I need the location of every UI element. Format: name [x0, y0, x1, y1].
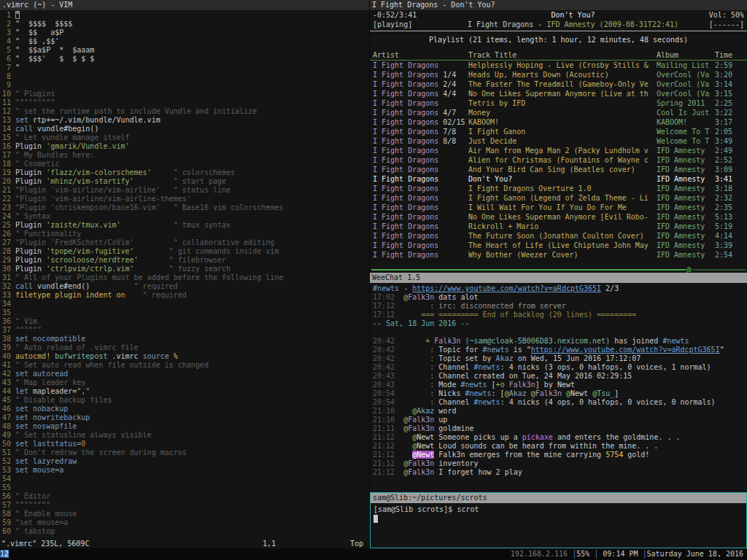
- vim-line[interactable]: 23"Plugin 'chriskempson/base16-vim' " Ba…: [1, 203, 369, 212]
- playlist-column-header[interactable]: Artist: [373, 50, 468, 61]
- vim-line[interactable]: 34: [1, 300, 369, 308]
- volume-bar[interactable]: [------]: [693, 20, 744, 29]
- vim-line[interactable]: 11""""""""": [1, 98, 369, 107]
- vim-line[interactable]: 15" Let vundle manage itself: [1, 133, 369, 142]
- playlist-row[interactable]: I Fight DragonsWhy Bother (Weezer Cover)…: [370, 250, 747, 260]
- chat-input[interactable]: %: [370, 484, 747, 492]
- vim-line[interactable]: 14call vundle#begin(): [1, 125, 369, 133]
- vim-line[interactable]: 55: [1, 483, 369, 492]
- vim-line[interactable]: 1": [1, 11, 369, 20]
- vim-line[interactable]: 28Plugin 'tpope/vim-fugitive' " git comm…: [1, 247, 369, 256]
- vim-line[interactable]: 35: [1, 308, 369, 317]
- vim-line[interactable]: 12" set the runtime path to include Vund…: [1, 107, 369, 116]
- vim-line[interactable]: 18" Cosmetic: [1, 160, 369, 168]
- vim-line[interactable]: 46set nobackup: [1, 405, 369, 413]
- vim-edit-area[interactable]: 1"2" $$$$ $$$$3" $$ a$P4" $$ ,$$'5" $$a$…: [0, 10, 369, 539]
- playlist-row[interactable]: I Fight DragonsThe Future Soon (Jonathan…: [370, 231, 747, 241]
- vim-line[interactable]: 43" Map leader key: [1, 378, 369, 387]
- vim-line[interactable]: 49" Set statusline always visible: [1, 431, 369, 440]
- vim-line[interactable]: 10" Plugins: [1, 90, 369, 98]
- vim-line[interactable]: 50set laststatus=0: [1, 440, 369, 448]
- vim-line[interactable]: 2" $$$$ $$$$: [1, 20, 369, 28]
- vim-line[interactable]: 17" My Bundles here:: [1, 151, 369, 160]
- playlist-row[interactable]: I Fight DragonsAnd Your Bird Can Sing (B…: [370, 165, 747, 174]
- vim-line[interactable]: 38set nocompatible: [1, 335, 369, 343]
- vim-line[interactable]: 20Plugin 'mhinz/vim-startify' " start pa…: [1, 177, 369, 186]
- vim-line[interactable]: 19Plugin 'flazz/vim-colorschemes' " colo…: [1, 168, 369, 177]
- playlist-row[interactable]: I Fight Dragons 7/8I Fight GanonWelcome …: [370, 127, 747, 136]
- playlist-row[interactable]: I Fight Dragons 8/8Just DecideWelcome To…: [370, 136, 747, 146]
- terminal-body[interactable]: [sam@Slib scrots]$ scrot: [371, 503, 746, 548]
- playlist-row[interactable]: I Fight DragonsAir Man from Mega Man 2 (…: [370, 146, 747, 155]
- playlist-column-header[interactable]: Album: [657, 50, 715, 61]
- playlist-row[interactable]: I Fight DragonsAlien for Christmas (Foun…: [370, 155, 747, 165]
- vim-line[interactable]: 25Plugin 'zaiste/tmux.vim' " tmux syntax: [1, 221, 369, 230]
- vim-line[interactable]: 60" tabstop: [1, 527, 369, 536]
- playlist-row[interactable]: I Fight DragonsTetris by IFDSpring 20112…: [370, 98, 747, 108]
- vim-line[interactable]: 33filetype plugin indent on " required: [1, 291, 369, 300]
- vim-line[interactable]: 41" Set auto read when file outside is c…: [1, 361, 369, 370]
- playlist-row[interactable]: I Fight DragonsI Will Wait For You If Yo…: [370, 203, 747, 212]
- playlist-column-header[interactable]: Time: [715, 50, 744, 61]
- vim-line[interactable]: 40autocmd! bufwritepost .vimrc source %: [1, 352, 369, 361]
- vim-line[interactable]: 37"""""": [1, 326, 369, 335]
- vim-line[interactable]: 59"set mouse=a: [1, 518, 369, 527]
- vim-line[interactable]: 8: [1, 72, 369, 81]
- playlist-row[interactable]: I Fight DragonsNo One Likes Superman Any…: [370, 212, 747, 222]
- playlist-row[interactable]: I Fight DragonsThe Heart of Life (Live C…: [370, 241, 747, 250]
- vim-line[interactable]: 53set mouse=a: [1, 466, 369, 475]
- vim-line[interactable]: 31" All of your Plugins must be added be…: [1, 273, 369, 282]
- playlist-row-now-playing[interactable]: I Fight DragonsDon't You?IFD Amnesty3:41: [370, 174, 747, 184]
- weechat-window-titlebar[interactable]: WeeChat 1.5: [370, 273, 747, 283]
- vim-line[interactable]: 58" Enable mouse: [1, 510, 369, 518]
- vim-line[interactable]: 4" $$ ,$$': [1, 37, 369, 46]
- vim-line[interactable]: 52set lazyredraw: [1, 457, 369, 466]
- workspace-tag-2[interactable]: 2: [4, 550, 9, 558]
- vim-line[interactable]: 6" $$$' $ $ $ $: [1, 55, 369, 63]
- url-link[interactable]: https://www.youtube.com/watch?v=aRdcptG3…: [531, 346, 720, 354]
- vim-line[interactable]: 7": [1, 63, 369, 72]
- vim-line[interactable]: 5" $$a$P * $aaam: [1, 46, 369, 55]
- vim-line[interactable]: 42set autoread: [1, 370, 369, 378]
- vim-line[interactable]: 9: [1, 81, 369, 90]
- vim-line[interactable]: 48set noswapfile: [1, 422, 369, 431]
- vim-line[interactable]: 39" Auto reload of .vimrc file: [1, 343, 369, 352]
- url-link[interactable]: https://www.youtube.com/watch?v=aRdcptG3…: [412, 284, 601, 292]
- vim-line[interactable]: 44let mapleader=",": [1, 387, 369, 396]
- vim-line[interactable]: 16Plugin 'gmarik/Vundle.vim': [1, 142, 369, 151]
- vim-line[interactable]: 30Plugin 'ctrlpvim/ctrlp.vim' " fuzzy se…: [1, 265, 369, 273]
- playlist-row[interactable]: I Fight DragonsRickroll + MarioIFD Amnes…: [370, 222, 747, 231]
- text-segment: I Fight Dragons: [373, 128, 438, 136]
- vim-window-titlebar[interactable]: .vimrc (~) - VIM: [0, 0, 369, 10]
- vim-line[interactable]: 13set rtp+=~/.vim/bundle/Vundle.vim: [1, 116, 369, 125]
- seek-bar-handle[interactable]: @: [686, 266, 691, 273]
- seek-bar[interactable]: @: [370, 266, 747, 273]
- vim-line[interactable]: 24" Syntax: [1, 212, 369, 221]
- playlist-row[interactable]: I Fight Dragons 4/4No One Likes Superman…: [370, 89, 747, 98]
- vim-line[interactable]: 27"Plugin 'FredKSchott/CoVim' " collabor…: [1, 238, 369, 247]
- vim-line[interactable]: 51" Don't redraw the screen during macro…: [1, 448, 369, 457]
- playlist-row[interactable]: I Fight DragonsI Fight Dragons Overture …: [370, 184, 747, 193]
- vim-line[interactable]: 29Plugin 'scrooloose/nerdtree' " filebro…: [1, 256, 369, 265]
- terminal-window-titlebar[interactable]: sam@Slib:~/pictures/scrots: [371, 493, 746, 503]
- playlist-row[interactable]: I Fight Dragons 2/4The Faster The Treadm…: [370, 79, 747, 89]
- vim-line[interactable]: 57"""""""": [1, 501, 369, 510]
- music-window-titlebar[interactable]: I Fight Dragons - Don't You?: [370, 0, 747, 10]
- vim-line[interactable]: 45" Disable backup files: [1, 396, 369, 405]
- vim-line[interactable]: 22"Plugin 'vim-airline/vim-airline-theme…: [1, 195, 369, 203]
- vim-line[interactable]: 36" Vim: [1, 317, 369, 326]
- playlist-row[interactable]: I Fight Dragons 4/7MoneyCool Is Just3:22: [370, 108, 747, 117]
- playlist-column-header[interactable]: Track Title: [468, 50, 657, 61]
- line-number: 19: [1, 168, 15, 177]
- vim-line[interactable]: 21"Plugin 'vim-airline/vim-airline' " st…: [1, 186, 369, 195]
- playlist-row[interactable]: I Fight Dragons 02/15KABOOM!KABOOM!3:17: [370, 117, 747, 127]
- vim-line[interactable]: 54: [1, 475, 369, 483]
- playlist-row[interactable]: I Fight DragonsI Fight Ganon (Legend of …: [370, 193, 747, 203]
- vim-line[interactable]: 26" Functionality: [1, 230, 369, 238]
- vim-line[interactable]: 3" $$ a$P: [1, 28, 369, 37]
- playlist-row[interactable]: I Fight Dragons 1/4Heads Up, Hearts Down…: [370, 70, 747, 79]
- playlist-row[interactable]: I Fight DragonsHelplessly Hoping - Live …: [370, 61, 747, 70]
- vim-line[interactable]: 32call vundle#end() " required: [1, 282, 369, 291]
- vim-line[interactable]: 56" Editor: [1, 492, 369, 501]
- vim-line[interactable]: 47set nowritebackup: [1, 413, 369, 422]
